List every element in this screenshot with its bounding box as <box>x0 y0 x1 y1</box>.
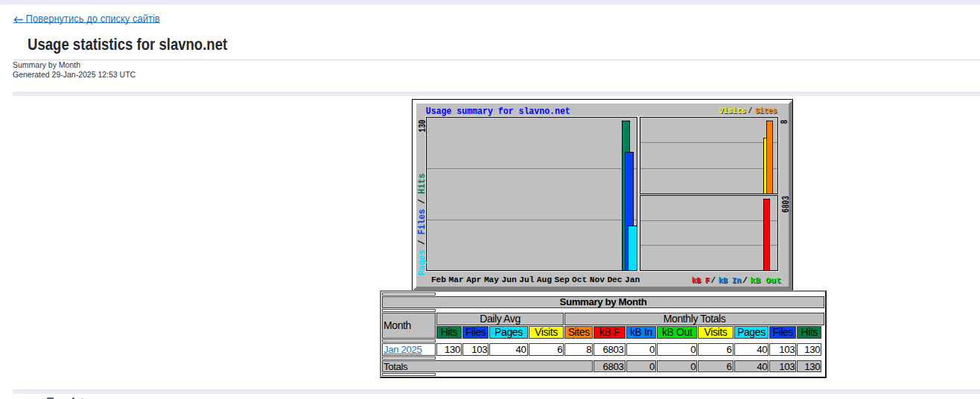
svg-text:Jun: Jun <box>501 275 516 284</box>
svg-text:Sites: Sites <box>754 106 777 115</box>
svg-text:Usage summary for slavno.net: Usage summary for slavno.net <box>425 106 570 117</box>
svg-text:/: / <box>748 106 752 115</box>
svg-text:Apr: Apr <box>466 275 481 284</box>
svg-text:Oct: Oct <box>572 275 587 284</box>
svg-text:/: / <box>710 276 716 285</box>
svg-text:Mar: Mar <box>448 275 463 284</box>
svg-text:Jan: Jan <box>625 275 640 284</box>
svg-text:6803: 6803 <box>780 196 791 213</box>
svg-text:Aug: Aug <box>536 275 551 284</box>
svg-text:Sep: Sep <box>554 275 570 284</box>
svg-text:Visits: Visits <box>719 106 745 115</box>
svg-text:kB F: kB F <box>691 276 709 285</box>
svg-text:kB Out: kB Out <box>749 276 780 285</box>
svg-text:Dec: Dec <box>607 275 622 284</box>
svg-text:Feb: Feb <box>430 275 446 284</box>
svg-text:Nov: Nov <box>589 275 605 284</box>
svg-text:Jul: Jul <box>519 275 535 284</box>
svg-text:8: 8 <box>779 120 789 124</box>
svg-text:130: 130 <box>417 120 427 133</box>
svg-text:kB In: kB In <box>718 276 741 285</box>
svg-text:/: / <box>742 276 748 285</box>
svg-text:May: May <box>483 275 499 284</box>
svg-text:Pages / Files / Hits: Pages / Files / Hits <box>416 173 427 275</box>
